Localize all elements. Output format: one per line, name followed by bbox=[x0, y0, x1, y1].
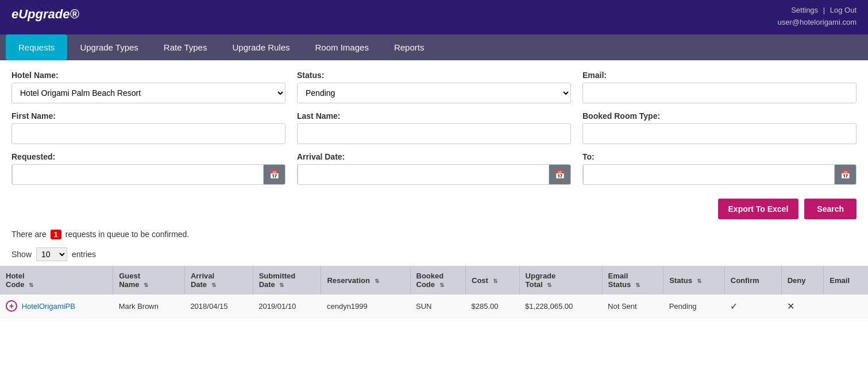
show-entries-row: Show 10 25 50 100 entries bbox=[0, 244, 868, 266]
table-wrap: HotelCode ⇅ GuestName ⇅ ArrivalDate ⇅ Su… bbox=[0, 266, 868, 318]
col-booked-code: BookedCode ⇅ bbox=[410, 266, 466, 294]
col-hotel-code: HotelCode ⇅ bbox=[0, 266, 113, 294]
nav-item-rate-types[interactable]: Rate Types bbox=[151, 34, 220, 60]
first-name-label: First Name: bbox=[11, 111, 286, 121]
to-label: To: bbox=[582, 152, 857, 161]
to-date-wrap: 📅 bbox=[582, 164, 857, 185]
to-group: To: 📅 bbox=[582, 152, 857, 185]
requested-calendar-button[interactable]: 📅 bbox=[264, 165, 285, 184]
filter-row-1: Hotel Name: Hotel Origami Palm Beach Res… bbox=[11, 71, 857, 103]
table-row: + HotelOrigamiPB Mark Brown 2018/04/15 2… bbox=[0, 294, 868, 318]
user-email: user@hotelorigami.com bbox=[778, 18, 857, 26]
last-name-input[interactable] bbox=[297, 123, 571, 144]
export-to-excel-button[interactable]: Export To Excel bbox=[718, 199, 799, 219]
cell-status: Pending bbox=[663, 294, 725, 318]
hotel-name-label: Hotel Name: bbox=[11, 71, 286, 80]
last-name-group: Last Name: bbox=[297, 111, 571, 144]
sort-icon-cost[interactable]: ⇅ bbox=[493, 278, 497, 284]
queue-suffix: requests in queue to be confirmed. bbox=[65, 230, 190, 239]
col-guest-name: GuestName ⇅ bbox=[113, 266, 185, 294]
col-arrival-date: ArrivalDate ⇅ bbox=[184, 266, 253, 294]
col-status: Status ⇅ bbox=[663, 266, 725, 294]
nav-item-upgrade-types[interactable]: Upgrade Types bbox=[67, 34, 151, 60]
logout-link[interactable]: Log Out bbox=[830, 6, 857, 14]
col-upgrade-total: UpgradeTotal ⇅ bbox=[519, 266, 602, 294]
nav-bar: Requests Upgrade Types Rate Types Upgrad… bbox=[0, 34, 868, 60]
to-calendar-button[interactable]: 📅 bbox=[835, 165, 856, 184]
sort-icon-status[interactable]: ⇅ bbox=[697, 278, 701, 284]
sort-icon-submitted-date[interactable]: ⇅ bbox=[279, 282, 284, 288]
arrival-date-group: Arrival Date: 📅 bbox=[297, 152, 571, 185]
sort-icon-hotel-code[interactable]: ⇅ bbox=[29, 282, 33, 288]
queue-message: There are 1 requests in queue to be conf… bbox=[0, 225, 868, 244]
nav-item-requests[interactable]: Requests bbox=[6, 34, 67, 60]
email-label: Email: bbox=[582, 71, 857, 80]
to-date-input[interactable] bbox=[583, 164, 835, 185]
status-select[interactable]: Pending Confirmed Denied All bbox=[297, 83, 571, 103]
cell-arrival-date: 2018/04/15 bbox=[184, 294, 253, 318]
nav-item-upgrade-rules[interactable]: Upgrade Rules bbox=[219, 34, 302, 60]
cell-deny[interactable]: ✕ bbox=[781, 294, 824, 318]
email-group: Email: bbox=[582, 71, 857, 103]
table-header-row: HotelCode ⇅ GuestName ⇅ ArrivalDate ⇅ Su… bbox=[0, 266, 868, 294]
arrival-date-calendar-button[interactable]: 📅 bbox=[549, 165, 570, 184]
booked-room-type-label: Booked Room Type: bbox=[582, 111, 857, 121]
hotel-code-link[interactable]: HotelOrigamiPB bbox=[22, 302, 75, 311]
col-email-status: EmailStatus ⇅ bbox=[602, 266, 663, 294]
booked-room-type-group: Booked Room Type: bbox=[582, 111, 857, 144]
confirm-icon[interactable]: ✓ bbox=[730, 301, 738, 311]
cell-confirm[interactable]: ✓ bbox=[724, 294, 781, 318]
sort-icon-guest-name[interactable]: ⇅ bbox=[144, 282, 148, 288]
cell-email-status: Not Sent bbox=[602, 294, 663, 318]
sort-icon-arrival-date[interactable]: ⇅ bbox=[211, 282, 216, 288]
col-submitted-date: SubmittedDate ⇅ bbox=[253, 266, 321, 294]
booked-room-type-input[interactable] bbox=[582, 123, 857, 144]
sort-icon-upgrade-total[interactable]: ⇅ bbox=[547, 282, 551, 288]
status-label: Status: bbox=[297, 71, 571, 80]
hotel-name-group: Hotel Name: Hotel Origami Palm Beach Res… bbox=[11, 71, 286, 103]
entries-select[interactable]: 10 25 50 100 bbox=[36, 247, 67, 261]
queue-count-badge: 1 bbox=[51, 230, 61, 239]
top-bar: eUpgrade® Settings | Log Out user@hotelo… bbox=[0, 0, 868, 34]
logo: eUpgrade® bbox=[11, 5, 79, 22]
requested-input[interactable] bbox=[12, 164, 264, 185]
separator: | bbox=[823, 6, 827, 14]
last-name-label: Last Name: bbox=[297, 111, 571, 121]
search-button[interactable]: Search bbox=[804, 199, 857, 219]
arrival-date-wrap: 📅 bbox=[297, 164, 571, 185]
requested-label: Requested: bbox=[11, 152, 286, 161]
cell-hotel-code: + HotelOrigamiPB bbox=[0, 294, 113, 318]
nav-item-room-images[interactable]: Room Images bbox=[303, 34, 381, 60]
status-group: Status: Pending Confirmed Denied All bbox=[297, 71, 571, 103]
sort-icon-email-status[interactable]: ⇅ bbox=[635, 282, 640, 288]
arrival-date-input[interactable] bbox=[298, 164, 549, 185]
settings-link[interactable]: Settings bbox=[791, 6, 818, 14]
filter-row-3: Requested: 📅 Arrival Date: 📅 To: 📅 bbox=[11, 152, 857, 185]
expand-row-button[interactable]: + bbox=[6, 300, 17, 312]
hotel-name-select[interactable]: Hotel Origami Palm Beach Resort bbox=[11, 83, 286, 103]
first-name-input[interactable] bbox=[11, 123, 286, 144]
sort-icon-booked-code[interactable]: ⇅ bbox=[439, 282, 444, 288]
arrival-date-label: Arrival Date: bbox=[297, 152, 571, 161]
col-confirm: Confirm bbox=[724, 266, 781, 294]
requested-date-wrap: 📅 bbox=[11, 164, 286, 185]
cell-guest-name: Mark Brown bbox=[113, 294, 185, 318]
requested-group: Requested: 📅 bbox=[11, 152, 286, 185]
cell-submitted-date: 2019/01/10 bbox=[253, 294, 321, 318]
filter-section: Hotel Name: Hotel Origami Palm Beach Res… bbox=[0, 60, 868, 199]
cell-upgrade-total: $1,228,065.00 bbox=[519, 294, 602, 318]
filter-actions: Export To Excel Search bbox=[0, 199, 868, 225]
cell-cost: $285.00 bbox=[466, 294, 520, 318]
show-label: Show bbox=[11, 250, 32, 259]
col-deny: Deny bbox=[781, 266, 824, 294]
filter-row-2: First Name: Last Name: Booked Room Type: bbox=[11, 111, 857, 144]
col-reservation: Reservation ⇅ bbox=[321, 266, 410, 294]
cell-reservation: cendyn1999 bbox=[321, 294, 410, 318]
email-input[interactable] bbox=[582, 83, 857, 103]
top-right-links: Settings | Log Out user@hotelorigami.com bbox=[778, 5, 857, 29]
deny-icon[interactable]: ✕ bbox=[787, 301, 794, 311]
first-name-group: First Name: bbox=[11, 111, 286, 144]
nav-item-reports[interactable]: Reports bbox=[381, 34, 437, 60]
cell-email[interactable] bbox=[824, 294, 868, 318]
sort-icon-reservation[interactable]: ⇅ bbox=[375, 278, 379, 284]
